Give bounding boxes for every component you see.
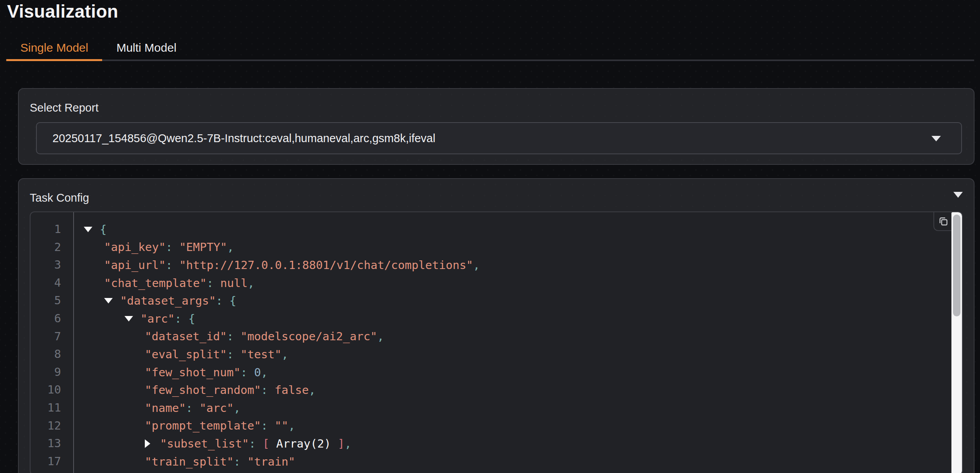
code-token: "prompt_template" [145, 419, 261, 432]
code-lines: {"api_key": "EMPTY","api_url": "http://1… [74, 212, 962, 473]
code-line: "train_split": "train" [84, 453, 962, 471]
code-line: "api_key": "EMPTY", [84, 238, 962, 256]
tab-multi-model[interactable]: Multi Model [102, 36, 190, 60]
line-number: 11 [31, 399, 73, 417]
code-line: "few_shot_random": false, [84, 381, 962, 399]
code-token: "train_split" [145, 455, 234, 468]
copy-button[interactable] [933, 212, 952, 231]
code-token: "subset_list" [160, 437, 249, 450]
line-number: 9 [31, 363, 73, 381]
code-token: : [249, 437, 263, 450]
code-token: , [248, 276, 254, 290]
task-config-json-viewer: 1234567891011121317 {"api_key": "EMPTY",… [30, 211, 963, 473]
code-token: : [240, 366, 254, 379]
code-token: , [234, 401, 240, 415]
report-select-value: 20250117_154856@Qwen2.5-7B-Instruct:ceva… [52, 132, 435, 145]
code-line: "prompt_template": "", [84, 417, 962, 435]
line-number: 2 [31, 238, 73, 256]
code-token: : [186, 401, 200, 415]
line-number: 1 [31, 220, 73, 238]
code-line: "name": "arc", [84, 399, 962, 417]
code-token: "dataset_id" [145, 330, 227, 343]
line-number: 4 [31, 274, 73, 292]
line-number-gutter: 1234567891011121317 [31, 212, 74, 473]
code-token: : [227, 330, 241, 343]
copy-icon [938, 216, 949, 227]
code-line: "subset_list": [ Array(2) ], [84, 435, 962, 453]
code-token: "api_url" [104, 258, 166, 272]
select-report-label: Select Report [30, 101, 99, 114]
line-number: 8 [31, 345, 73, 363]
code-token: 0 [254, 366, 261, 379]
code-token: "train" [247, 455, 295, 468]
code-token: [ [263, 437, 276, 450]
code-scrollbar-track[interactable] [951, 212, 962, 473]
line-number: 13 [31, 435, 73, 453]
code-token: "eval_split" [145, 348, 227, 361]
line-number: 5 [31, 292, 73, 310]
code-token: : [175, 312, 188, 325]
code-token: Array(2) [276, 437, 331, 450]
dropdown-arrow-icon [931, 136, 941, 141]
code-token: "chat_template" [104, 276, 207, 290]
code-token: : [216, 294, 229, 307]
code-token: : [227, 348, 241, 361]
code-token: , [377, 330, 384, 343]
collapse-panel-icon[interactable] [953, 192, 963, 198]
code-token: "api_key" [104, 240, 166, 254]
code-token: : [234, 455, 247, 468]
code-token: "arc" [141, 312, 175, 325]
code-token: : [166, 258, 179, 272]
code-token: , [281, 348, 288, 361]
line-number: 10 [31, 381, 73, 399]
code-token: "http://127.0.0.1:8801/v1/chat/completio… [179, 258, 473, 272]
collapse-node-icon[interactable] [104, 298, 113, 303]
code-token: , [344, 437, 351, 450]
code-token: "arc" [200, 401, 234, 415]
code-token: { [188, 312, 195, 325]
line-number: 7 [31, 328, 73, 346]
code-line: "few_shot_num": 0, [84, 363, 962, 381]
tab-single-model-label: Single Model [20, 41, 88, 54]
collapse-node-icon[interactable] [124, 316, 133, 321]
report-select-dropdown[interactable]: 20250117_154856@Qwen2.5-7B-Instruct:ceva… [36, 122, 962, 154]
page-title: Visualization [7, 1, 118, 22]
code-token: null [220, 276, 248, 290]
code-token: "name" [145, 401, 186, 415]
code-token: "test" [240, 348, 281, 361]
code-token: : [261, 419, 275, 432]
code-token: "few_shot_random" [145, 383, 261, 397]
code-token: , [288, 419, 295, 432]
line-number: 3 [31, 256, 73, 274]
code-line: "chat_template": null, [84, 274, 962, 292]
code-scrollbar-thumb[interactable] [953, 215, 960, 316]
code-token: : [166, 240, 179, 254]
code-line: "dataset_id": "modelscope/ai2_arc", [84, 328, 962, 346]
code-token: , [261, 366, 268, 379]
code-token: , [227, 240, 234, 254]
code-line: "eval_split": "test", [84, 345, 962, 363]
code-line: { [84, 220, 962, 238]
code-token: "" [275, 419, 288, 432]
code-token: "modelscope/ai2_arc" [240, 330, 377, 343]
code-token: { [100, 223, 106, 236]
code-token: , [309, 383, 315, 397]
line-number: 12 [31, 417, 73, 435]
code-token: , [473, 258, 480, 272]
expand-node-icon[interactable] [145, 439, 150, 448]
collapse-node-icon[interactable] [84, 227, 92, 232]
task-config-label: Task Config [30, 191, 89, 204]
code-token: "dataset_args" [120, 294, 216, 307]
code-token: ] [331, 437, 345, 450]
code-token: { [229, 294, 236, 307]
select-report-card: Select Report 20250117_154856@Qwen2.5-7B… [18, 88, 975, 165]
task-config-card: Task Config 1234567891011121317 {"api_ke… [18, 178, 975, 473]
line-number: 17 [31, 453, 73, 471]
line-number: 6 [31, 310, 73, 328]
code-token: : [207, 276, 220, 290]
code-line: "arc": { [84, 310, 962, 328]
tab-single-model[interactable]: Single Model [6, 36, 102, 60]
code-token: "few_shot_num" [145, 366, 240, 379]
code-line: "dataset_args": { [84, 292, 962, 310]
tabbar: Single Model Multi Model [6, 36, 974, 61]
